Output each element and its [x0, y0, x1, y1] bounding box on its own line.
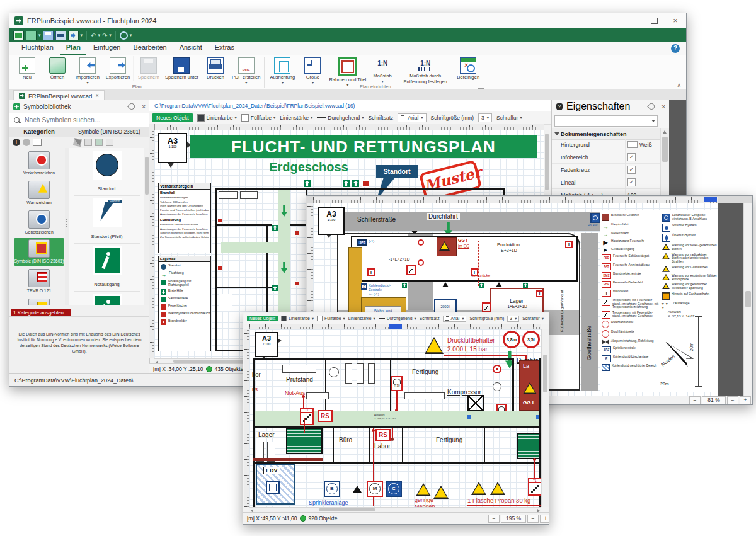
- line-width-control[interactable]: Linienstärke▾: [348, 316, 375, 321]
- symbol-item[interactable]: Notausgang: [74, 246, 140, 292]
- maximize-button[interactable]: [643, 14, 665, 28]
- minimize-button[interactable]: –: [622, 14, 643, 28]
- ribbon-button[interactable]: Speichern unter: [164, 56, 200, 81]
- fill-color-control[interactable]: Füllfarbe▾: [241, 114, 275, 122]
- redo-icon[interactable]: ↷: [102, 31, 107, 40]
- vscrollbar[interactable]: [541, 329, 549, 507]
- menu-tab[interactable]: Einfügen: [88, 42, 126, 55]
- font-size-select[interactable]: 3▾: [478, 113, 492, 122]
- close-button[interactable]: ×: [665, 14, 686, 28]
- new-icon[interactable]: [13, 31, 24, 40]
- category-item[interactable]: Warnzeichen: [14, 180, 64, 207]
- tab-close-icon[interactable]: ×: [95, 93, 98, 99]
- ribbon-collapse-icon[interactable]: ∧: [677, 82, 681, 88]
- panel-close-icon[interactable]: ×: [662, 103, 665, 110]
- category-item[interactable]: TRVB O 121: [14, 268, 64, 295]
- font-size-select[interactable]: 3▾: [507, 316, 519, 322]
- duplicate-icon[interactable]: [84, 139, 92, 146]
- gear-icon[interactable]: [120, 31, 128, 40]
- line-style-control[interactable]: Durchgehend▾: [317, 115, 364, 121]
- ribbon-button[interactable]: Drucken: [200, 56, 231, 81]
- hidden-category-badge[interactable]: 1 Kategorie ausgeblen...: [11, 309, 71, 316]
- ribbon-button[interactable]: 1:NMaßstab▾: [367, 56, 398, 84]
- property-value[interactable]: Weiß: [625, 139, 660, 151]
- checkbox[interactable]: ✓: [627, 166, 636, 174]
- ribbon-button[interactable]: PDFPDF erstellen▾: [231, 56, 261, 85]
- symbol-item[interactable]: Notausgang: [74, 294, 140, 305]
- new-object-button[interactable]: Neues Objekt: [247, 316, 278, 321]
- menu-tab[interactable]: Fluchtplan: [16, 42, 59, 55]
- zoom-in-button[interactable]: +: [740, 396, 751, 404]
- checkbox[interactable]: ✓: [627, 153, 636, 161]
- new-object-button[interactable]: Neues Objekt: [152, 113, 193, 122]
- drawing-canvas-hall[interactable]: A3 1:100 Druckluftbehälter 2.000 l, 15 b…: [249, 329, 541, 507]
- ribbon-button[interactable]: Exportieren: [103, 56, 133, 81]
- export-dropdown[interactable]: ▾: [81, 33, 83, 38]
- line-color-control[interactable]: Linienfarbe▾: [197, 114, 237, 122]
- menu-tab[interactable]: Ansicht: [174, 42, 208, 55]
- undo-dropdown[interactable]: ▾: [98, 33, 100, 38]
- symbol-item[interactable]: StandortStandort (Pfeil): [74, 198, 140, 244]
- help-icon[interactable]: ?: [671, 44, 680, 53]
- object-select-combo[interactable]: [554, 115, 658, 127]
- ribbon-button[interactable]: Größe▾: [297, 56, 328, 85]
- redo-dropdown[interactable]: ▾: [109, 33, 112, 38]
- zoom-out-button[interactable]: −: [689, 396, 701, 404]
- ribbon-button[interactable]: Öffnen: [42, 56, 72, 81]
- ribbon-button[interactable]: ×Bereinigen: [453, 56, 483, 81]
- menu-tab[interactable]: Plan: [60, 42, 86, 55]
- qat-customize-dropdown[interactable]: ▾: [130, 33, 132, 38]
- line-width-control[interactable]: Linienstärke▾: [280, 115, 312, 121]
- save-icon[interactable]: [43, 31, 54, 40]
- font-select[interactable]: Arial▾: [443, 316, 467, 322]
- category-item[interactable]: Gebäudebeschilderung: [14, 297, 64, 305]
- line-style-control[interactable]: Durchgehend▾: [379, 316, 416, 321]
- category-view-button[interactable]: [33, 139, 42, 146]
- property-value[interactable]: ✓: [625, 151, 660, 163]
- import-symbol-icon[interactable]: [95, 139, 103, 146]
- ribbon-button[interactable]: Rahmen und Titel▾: [328, 56, 367, 88]
- dialog-launcher-icon[interactable]: [478, 83, 484, 89]
- property-value[interactable]: ✓: [625, 164, 660, 176]
- ribbon-button[interactable]: Ausrichtung▾: [267, 56, 297, 85]
- panel-splitter[interactable]: [65, 148, 69, 305]
- document-tab[interactable]: FRPlanBeispiel.vwwcad ×: [13, 90, 105, 101]
- open-icon[interactable]: [26, 31, 37, 40]
- menu-tab[interactable]: Extras: [209, 42, 240, 55]
- add-category-button[interactable]: +: [13, 139, 20, 146]
- ribbon-button[interactable]: Neu: [12, 56, 42, 81]
- fill-color-control[interactable]: Füllfarbe▾: [317, 316, 345, 321]
- remove-category-button[interactable]: −: [23, 139, 30, 146]
- hatch-control[interactable]: Schraffur▾: [496, 115, 522, 121]
- ribbon-button[interactable]: Speichern: [133, 56, 164, 81]
- search-input[interactable]: [23, 115, 133, 124]
- font-select[interactable]: Arial▾: [398, 113, 426, 122]
- print-icon[interactable]: [55, 31, 66, 40]
- category-item[interactable]: Gebotszeichen: [14, 209, 64, 237]
- symbol-scrollbar[interactable]: [144, 148, 149, 305]
- zoom-fit-button[interactable]: −: [727, 396, 738, 404]
- panel-close-icon[interactable]: ×: [142, 103, 146, 110]
- undo-icon[interactable]: ↶: [91, 31, 96, 40]
- ribbon-button[interactable]: 1:NMaßstab durch Entfernung festlegen: [398, 56, 453, 85]
- pin-icon[interactable]: [647, 102, 656, 111]
- category-item[interactable]: Symbole (DIN ISO 23601): [14, 238, 64, 266]
- zoom-out-button[interactable]: −: [488, 515, 500, 523]
- export-symbol-icon[interactable]: [106, 139, 113, 146]
- ribbon-button[interactable]: Importieren▾: [72, 56, 103, 85]
- line-color-control[interactable]: Linienfarbe▾: [281, 316, 314, 321]
- category-item[interactable]: Verkehrszeichen: [14, 150, 64, 178]
- title-bar[interactable]: FRPlanBeispiel.vwwcad - Fluchtplan 2024 …: [9, 13, 686, 29]
- open-dropdown[interactable]: ▾: [38, 33, 41, 38]
- checkbox[interactable]: ✓: [627, 178, 636, 186]
- property-value[interactable]: ✓: [625, 176, 660, 188]
- vscrollbar[interactable]: [743, 203, 752, 396]
- symbol-item[interactable]: Standort: [74, 151, 140, 196]
- edit-icon[interactable]: [73, 138, 82, 147]
- export-icon[interactable]: [68, 31, 79, 40]
- pin-icon[interactable]: [127, 102, 136, 111]
- hatch-control[interactable]: Schraffur▾: [522, 316, 544, 321]
- menu-tab[interactable]: Bearbeiten: [127, 42, 172, 55]
- zoom-in-button[interactable]: +: [540, 515, 549, 523]
- zoom-fit-button[interactable]: −: [527, 515, 539, 523]
